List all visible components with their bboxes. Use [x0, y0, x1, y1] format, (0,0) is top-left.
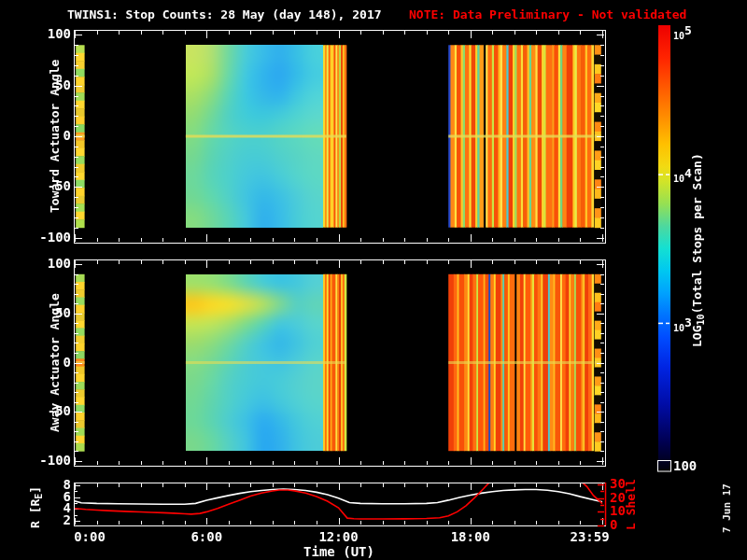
lshell-tick-label: 10	[610, 504, 626, 517]
y-tick-label-toward: -50	[0, 179, 71, 192]
r-tick-label: 2	[0, 513, 71, 526]
x-tick-label: 18:00	[451, 530, 490, 543]
x-tick-label: 12:00	[318, 530, 358, 543]
lshell-tick-label: 20	[610, 491, 626, 504]
colorbar-tick-exponent: 5	[684, 23, 692, 37]
colorbar-tick-exponent: 3	[684, 315, 692, 329]
colorbar-label: LOG10(Total Stops per Scan)	[691, 153, 706, 347]
date-stamp: 7 Jun 17	[722, 483, 732, 533]
colorbar-tick-label: 103	[673, 316, 692, 333]
x-tick-label: 6:00	[190, 530, 222, 543]
preliminary-note: NOTE: Data Preliminary - Not validated	[409, 8, 686, 21]
x-tick-label: 23:59	[571, 530, 610, 543]
colorbar-tick-base: 10	[673, 323, 684, 333]
colorbar-label-pre: LOG	[690, 326, 704, 347]
y-tick-label-toward: -100	[0, 231, 71, 244]
y-tick-label-away: 50	[0, 306, 71, 319]
colorbar-tick-label: 104	[673, 167, 692, 184]
colorbar-tick-label: 100	[673, 459, 697, 472]
page-title: TWINS1: Stop Counts: 28 May (day 148), 2…	[67, 8, 382, 21]
colorbar-tick-exponent: 4	[684, 166, 692, 180]
colorbar-tick-label: 105	[673, 24, 692, 41]
y-tick-label-away: 0	[0, 356, 71, 369]
y-tick-label-toward: 50	[0, 78, 71, 91]
y-tick-label-away: 100	[0, 257, 71, 270]
time-axis-label: Time (UT)	[303, 545, 374, 558]
colorbar-tick-base: 10	[673, 174, 684, 184]
colorbar-tick-base: 10	[673, 31, 684, 41]
y-tick-label-toward: 100	[0, 27, 71, 40]
twins-plot-page: TWINS1: Stop Counts: 28 May (day 148), 2…	[0, 0, 747, 560]
y-tick-label-away: -100	[0, 454, 71, 467]
x-tick-label: 0:00	[74, 530, 106, 543]
y-tick-label-toward: 0	[0, 129, 71, 142]
y-tick-label-away: -50	[0, 404, 71, 417]
plot-canvas	[0, 0, 747, 560]
colorbar-label-sub: 10	[696, 314, 706, 325]
lshell-tick-label: 0	[610, 518, 617, 531]
lshell-axis-label: L Shell	[625, 479, 637, 530]
colorbar-label-post: (Total Stops per Scan)	[690, 153, 704, 314]
lshell-tick-label: 30	[610, 477, 626, 490]
